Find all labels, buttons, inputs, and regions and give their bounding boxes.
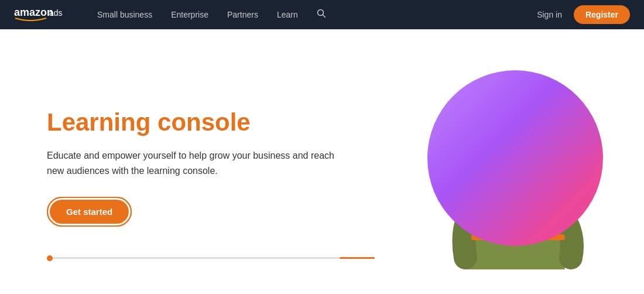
svg-line-3 (323, 15, 325, 18)
hero-section: Learning console Educate and empower you… (0, 29, 644, 294)
register-button[interactable]: Register (574, 5, 630, 24)
progress-track (47, 257, 375, 259)
progress-dot (47, 255, 53, 261)
amazon-ads-logo: amazon ads (14, 5, 78, 24)
nav-enterprise[interactable]: Enterprise (171, 10, 208, 19)
svg-text:amazon: amazon (14, 6, 53, 18)
nav-right: Sign in Register (537, 5, 630, 24)
svg-text:ads: ads (49, 8, 63, 18)
nav-partners[interactable]: Partners (227, 10, 258, 19)
sign-in-link[interactable]: Sign in (537, 10, 562, 19)
get-started-wrapper: Get started (47, 197, 132, 227)
logo-svg: amazon ads (14, 5, 78, 24)
hero-description: Educate and empower yourself to help gro… (47, 148, 340, 178)
search-icon[interactable] (317, 9, 326, 20)
nav-small-business[interactable]: Small business (97, 10, 152, 19)
nav-left: amazon ads Small business Enterprise Par… (14, 5, 326, 24)
hero-image (422, 47, 609, 269)
navigation: amazon ads Small business Enterprise Par… (0, 0, 644, 29)
hero-circle-background (427, 70, 603, 246)
nav-learn[interactable]: Learn (277, 10, 298, 19)
progress-fill (340, 257, 375, 259)
hero-title: Learning console (47, 108, 340, 136)
hero-content: Learning console Educate and empower you… (47, 97, 340, 227)
get-started-button[interactable]: Get started (50, 200, 129, 224)
